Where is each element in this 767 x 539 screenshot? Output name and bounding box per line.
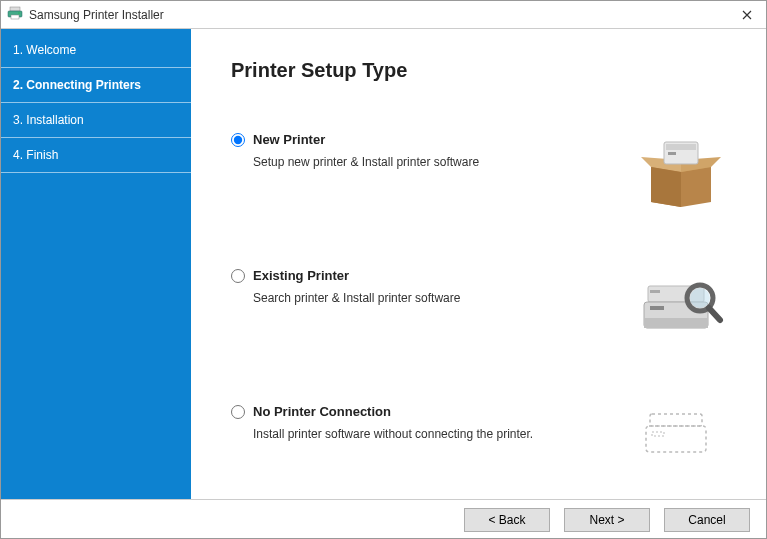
no-printer-icon — [626, 404, 736, 464]
step-welcome: 1. Welcome — [1, 33, 191, 68]
titlebar: Samsung Printer Installer — [1, 1, 766, 29]
back-button[interactable]: < Back — [464, 508, 550, 532]
option-label: Existing Printer — [253, 268, 349, 283]
svg-rect-10 — [650, 306, 664, 310]
radio-new-printer-input[interactable] — [231, 133, 245, 147]
svg-rect-16 — [652, 432, 664, 436]
step-finish: 4. Finish — [1, 138, 191, 173]
window-title: Samsung Printer Installer — [29, 8, 164, 22]
option-label: New Printer — [253, 132, 325, 147]
svg-rect-11 — [650, 290, 660, 293]
radio-no-printer[interactable]: No Printer Connection — [231, 404, 626, 419]
svg-rect-15 — [646, 426, 706, 452]
radio-existing-printer-input[interactable] — [231, 269, 245, 283]
svg-rect-2 — [11, 15, 19, 19]
option-no-printer: No Printer Connection Install printer so… — [231, 404, 736, 484]
option-desc: Search printer & Install printer softwar… — [253, 291, 626, 305]
footer: < Back Next > Cancel — [1, 499, 766, 539]
svg-rect-9 — [644, 318, 708, 328]
svg-rect-0 — [10, 7, 20, 11]
page-heading: Printer Setup Type — [231, 59, 736, 82]
new-printer-icon — [626, 132, 736, 212]
step-connecting-printers: 2. Connecting Printers — [1, 68, 191, 103]
svg-rect-5 — [666, 144, 696, 150]
svg-point-3 — [18, 12, 20, 14]
svg-rect-6 — [668, 152, 676, 155]
radio-no-printer-input[interactable] — [231, 405, 245, 419]
svg-rect-14 — [650, 414, 702, 426]
option-existing-printer: Existing Printer Search printer & Instal… — [231, 268, 736, 348]
app-icon — [7, 5, 23, 24]
next-button[interactable]: Next > — [564, 508, 650, 532]
radio-existing-printer[interactable]: Existing Printer — [231, 268, 626, 283]
cancel-button[interactable]: Cancel — [664, 508, 750, 532]
option-label: No Printer Connection — [253, 404, 391, 419]
existing-printer-icon — [626, 268, 736, 348]
sidebar: 1. Welcome 2. Connecting Printers 3. Ins… — [1, 29, 191, 499]
option-desc: Setup new printer & Install printer soft… — [253, 155, 626, 169]
content-area: Printer Setup Type New Printer Setup new… — [191, 29, 766, 499]
svg-point-13 — [690, 288, 710, 308]
option-desc: Install printer software without connect… — [253, 427, 626, 441]
option-new-printer: New Printer Setup new printer & Install … — [231, 132, 736, 212]
close-button[interactable] — [734, 7, 760, 23]
radio-new-printer[interactable]: New Printer — [231, 132, 626, 147]
step-installation: 3. Installation — [1, 103, 191, 138]
